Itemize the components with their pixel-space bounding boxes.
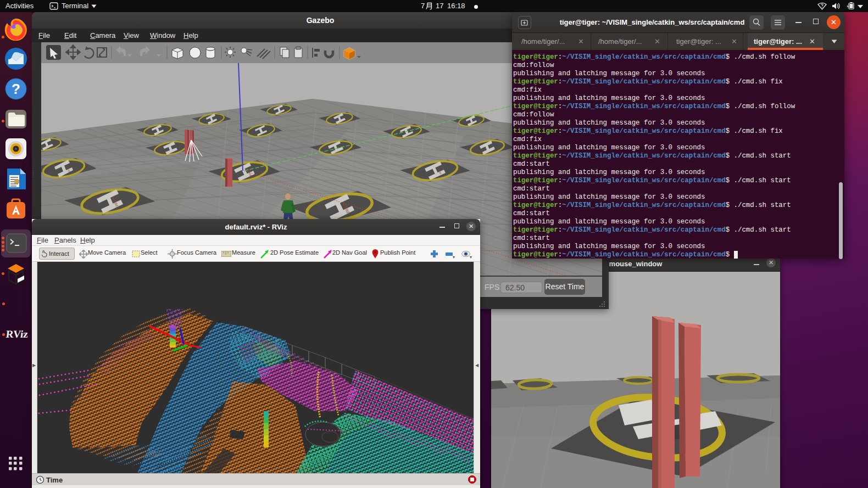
svg-text:?: ? [12, 81, 20, 97]
